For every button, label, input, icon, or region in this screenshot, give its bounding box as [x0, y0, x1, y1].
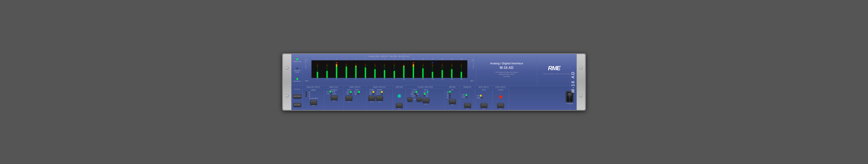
clock-section-group: CLOCK SECTION CLOCK WCK MADI 48: [406, 85, 445, 110]
lock-keys-locked-label: LOCKED: [494, 89, 507, 90]
madi-input-bnc-row: BNC: [346, 91, 351, 93]
madi-output-format-label: FORMAT: [377, 89, 382, 90]
midi-input-select-button[interactable]: [480, 103, 487, 108]
clock-state-441-row: 44.1: [423, 95, 428, 97]
clock-select-left-button[interactable]: [407, 97, 412, 101]
meter-ph-label: PH: [452, 89, 453, 90]
madi-output-select2-button[interactable]: [376, 96, 383, 100]
dbfs-info: dBu @ 0 dBFS: [305, 98, 322, 99]
madi-output-frame-col: FRAME 96K 48K select: [369, 89, 375, 102]
rack-ear-right: [577, 54, 585, 110]
dbfs-labels: dBFS dBFS: [305, 80, 474, 82]
steady-clock-text: Steady Clock: [293, 61, 301, 63]
clock-col: CLOCK WCK MADI 48 ADAT: [407, 89, 422, 105]
steady-clock-label: Steady Clock: [293, 57, 301, 63]
bottom-section: MIDI MADI Sync Check Sync Align ANALOG I…: [292, 85, 576, 110]
midi-input-select-label: select: [482, 108, 486, 109]
madi-out-select-button[interactable]: [331, 95, 337, 100]
clock-madi-led: [415, 93, 416, 95]
midi-input-madi-row: MADI: [477, 97, 491, 98]
sync-align-button[interactable]: Sync Align: [293, 103, 301, 107]
madi-output-56ch-led: [381, 93, 382, 95]
madi-output-select1-button[interactable]: [369, 96, 375, 100]
madi-input-96k-led: [358, 93, 359, 95]
lock-keys-select-button[interactable]: [497, 103, 504, 108]
rme-tagline: INTELLIGENT AUDIO SOLUTIONS: [544, 73, 570, 75]
clock-state-select-button[interactable]: [423, 98, 429, 103]
lock-keys-group: LOCK KEYS LOCKED select: [493, 85, 509, 110]
meter-group: METER PH ON AR QS: [445, 85, 460, 110]
analog-input-select-button[interactable]: [310, 100, 317, 105]
madi-input-sections: INPUT BNC OPT select: [346, 89, 365, 102]
meter-ph-ar-row: AR: [446, 93, 458, 94]
channel-numbers-bottom: 123 456 789 101112 131415 16: [311, 78, 467, 80]
limiter-group: LIMITER select: [393, 85, 406, 110]
madi-out-row-2: 17:32 49:64: [326, 93, 342, 94]
madi-output-sections: FRAME 96K 48K select: [369, 89, 391, 102]
madi-input-input-label: INPUT: [347, 89, 351, 90]
lock-keys-select-wrapper: select: [494, 103, 507, 109]
remote-midi-row: MIDI: [462, 94, 473, 96]
madi-output-64ch-led: [381, 91, 382, 93]
level-led-19: [306, 93, 307, 95]
product-name: Analog / Digital InterfaceM-16 AD: [490, 62, 523, 71]
remote-title: REMOTE: [462, 86, 473, 88]
meter-ds-label: DS: [446, 97, 448, 98]
madi-multi-text: MADI MULTI: [293, 81, 301, 82]
product-subtitle: Hi-Precision 192 kHz 16 ChannelAnalog to…: [495, 71, 518, 78]
sync-check-button[interactable]: Sync Check: [293, 94, 301, 98]
madi-input-bnc-led: [350, 91, 351, 93]
clock-label: CLOCK: [412, 89, 417, 90]
midi-input-select-wrapper: select: [477, 103, 491, 109]
madi-multi-label: MADI MULTI: [293, 77, 301, 82]
clock-select-label: select: [413, 99, 416, 100]
meter-select-button[interactable]: [449, 99, 456, 104]
madi-input-input-col: INPUT BNC OPT select: [346, 89, 352, 102]
clock-48-label: 48: [417, 93, 418, 95]
madi-input-96k-row: 96K: [354, 93, 359, 95]
clock-state-select-label: select: [424, 103, 428, 105]
meter-select-label: select: [451, 104, 454, 105]
remote-madi-row: MADI: [462, 96, 473, 98]
main-content: Steady Clock adat OPTIC 192/2X MADI MULT…: [292, 54, 576, 110]
meter-qs-led: [449, 95, 451, 96]
madi-input-select-button[interactable]: [346, 96, 352, 100]
clock-section-inner: CLOCK WCK MADI 48 ADAT: [407, 89, 443, 105]
analog-input-select-wrapper: select: [305, 100, 322, 106]
meter-on-label: ON: [446, 91, 448, 92]
side-labels: Steady Clock adat OPTIC 192/2X MADI MULT…: [292, 54, 303, 85]
madi-input-sync-row: SYNC: [354, 91, 360, 93]
limiter-select-wrapper: select: [395, 103, 404, 109]
madi-out-row-1: 1:16 33:48: [326, 91, 342, 92]
limiter-led: [398, 94, 401, 97]
madi-output-56ch-label: 56 CH: [376, 93, 380, 95]
clock-select-right-button[interactable]: [416, 97, 422, 101]
madi-out-led-1: [330, 91, 331, 92]
clock-adat-label: ADAT: [412, 95, 415, 97]
screw-tr: [579, 67, 582, 70]
limiter-select-button[interactable]: [396, 103, 403, 108]
clock-adat-row: ADAT: [412, 95, 417, 97]
meter-qs-label: QS: [446, 95, 448, 96]
meter-title: METER: [446, 86, 458, 88]
madi-out-ch3: 33:48: [332, 91, 335, 92]
clock-wck-row: WCK: [412, 91, 417, 93]
remote-select-button[interactable]: [464, 103, 471, 108]
clock-madi-label: MADI: [410, 93, 414, 95]
clock-state-441: 44.1: [426, 95, 428, 97]
adat-led: [297, 68, 298, 69]
screw-tl: [286, 67, 289, 70]
meter-col-3: [335, 63, 338, 78]
madi-output-48k-label: 48K: [369, 93, 372, 95]
limiter-content: [395, 89, 404, 103]
meter-col-14: [441, 63, 444, 78]
level-options: +24 +19 +13: [305, 91, 322, 97]
meter-qs-row: QS: [446, 95, 458, 96]
rme-logo-svg: RME: [548, 65, 565, 71]
clock-state-col: STATE ANA 48 44.1: [423, 89, 429, 105]
level-meters: [311, 60, 467, 78]
remote-madi-label: MADI: [462, 96, 465, 98]
meter-col-8: [383, 63, 386, 78]
meter-col-9: [393, 63, 396, 78]
level-display-area: ANALOG INPUT LEVEL DISPLAY LIM OVR 3 0 -…: [303, 54, 476, 85]
